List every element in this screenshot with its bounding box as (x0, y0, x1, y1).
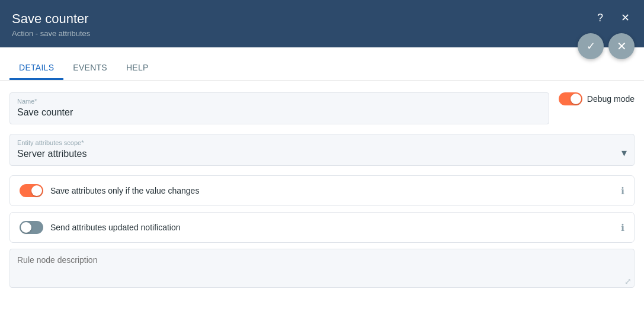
save-if-changes-label: Save attributes only if the value change… (50, 186, 614, 195)
tab-events[interactable]: Events (63, 56, 117, 80)
confirm-actions: ✓ ✕ (578, 33, 635, 59)
header-actions: ? ✕ (591, 8, 635, 27)
description-area: ⤢ (9, 249, 635, 288)
entity-scope-value: Server attributes (17, 149, 627, 159)
help-icon: ? (597, 12, 603, 24)
save-if-changes-slider (20, 184, 43, 197)
send-notification-toggle[interactable] (20, 221, 43, 234)
send-notification-info-icon[interactable]: ℹ (621, 222, 624, 233)
debug-mode-row: Debug mode (559, 92, 635, 105)
entity-scope-field[interactable]: Entity attributes scope* Server attribut… (9, 134, 635, 166)
name-label: Name* (17, 98, 542, 105)
tab-details[interactable]: Details (9, 56, 63, 80)
tab-content: Name* Debug mode Entity attributes scope… (0, 81, 644, 318)
help-button[interactable]: ? (591, 8, 610, 27)
send-notification-slider (20, 221, 43, 234)
name-input[interactable] (17, 107, 542, 118)
dialog-title: Save counter (12, 11, 632, 27)
resize-handle-icon: ⤢ (624, 277, 632, 286)
name-row: Name* Debug mode (9, 92, 635, 124)
name-field-group: Name* (9, 92, 549, 124)
entity-scope-row: Entity attributes scope* Server attribut… (9, 134, 635, 166)
send-notification-card: Send attributes updated notification ℹ (9, 212, 635, 243)
dialog-subtitle: Action - save attributes (12, 29, 632, 38)
save-if-changes-toggle[interactable] (20, 184, 43, 197)
dialog: Save counter Action - save attributes ? … (0, 0, 644, 318)
cancel-action-button[interactable]: ✕ (608, 33, 635, 59)
checkmark-icon: ✓ (587, 40, 595, 53)
close-icon: ✕ (621, 11, 630, 24)
entity-scope-label: Entity attributes scope* (17, 139, 627, 146)
debug-mode-slider (559, 92, 582, 105)
debug-mode-label: Debug mode (587, 94, 635, 104)
close-button[interactable]: ✕ (616, 8, 635, 27)
description-input[interactable] (17, 255, 627, 279)
cancel-icon: ✕ (617, 39, 627, 53)
confirm-button[interactable]: ✓ (578, 33, 604, 59)
tabs-bar: Details Events Help (0, 56, 644, 81)
tab-help[interactable]: Help (117, 56, 158, 80)
send-notification-label: Send attributes updated notification (50, 223, 614, 232)
save-if-changes-info-icon[interactable]: ℹ (621, 185, 624, 197)
save-if-changes-card: Save attributes only if the value change… (9, 175, 635, 206)
debug-mode-toggle[interactable] (559, 92, 582, 105)
dialog-header: Save counter Action - save attributes ? … (0, 0, 644, 47)
chevron-down-icon: ▾ (621, 146, 627, 159)
